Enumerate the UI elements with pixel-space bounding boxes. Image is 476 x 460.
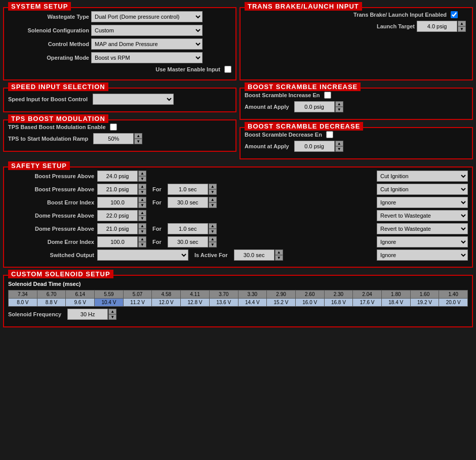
- tps-enable-checkbox[interactable]: [110, 123, 117, 131]
- control-method-select[interactable]: MAP and Dome Pressure MAP Only Dome Only: [91, 38, 203, 50]
- scramble-dec-amount-input[interactable]: [294, 141, 335, 152]
- safety-val-1-spinner: ▲ ▼: [97, 171, 146, 182]
- custom-solenoid-section: CUSTOM SOLENOID SETUP Solenoid Dead Time…: [3, 275, 473, 327]
- tps-start-up[interactable]: ▲: [134, 133, 142, 139]
- safety-for-3-down[interactable]: ▼: [209, 202, 217, 208]
- left-col: SPEED INPUT SELECTION Speed Input for Bo…: [3, 83, 236, 159]
- scramble-dec-enable-checkbox[interactable]: [326, 131, 333, 138]
- solenoid-config-label: Solenoid Configuration: [8, 27, 89, 33]
- safety-val-5-down[interactable]: ▼: [138, 229, 146, 234]
- solenoid-volt-4[interactable]: 11.2 V: [123, 299, 152, 307]
- scramble-inc-amount-input[interactable]: [294, 101, 335, 112]
- safety-val-3-buttons: ▲ ▼: [138, 197, 146, 208]
- safety-for-2-down[interactable]: ▼: [209, 189, 217, 195]
- solenoid-volt-2[interactable]: 9.6 V: [66, 299, 95, 307]
- trans-brake-label: Trans Brake/ Launch Input Enabled: [353, 12, 447, 18]
- safety-val-6-down[interactable]: ▼: [138, 242, 146, 247]
- scramble-dec-up[interactable]: ▲: [335, 141, 343, 146]
- safety-row-1: Boost Pressure Above ▲ ▼ Cut Ignition Ig…: [8, 171, 468, 182]
- safety-val-2-spinner: ▲ ▼: [97, 184, 146, 195]
- safety-val-2-down[interactable]: ▼: [138, 189, 146, 195]
- safety-action-6-select[interactable]: Ignore Cut Ignition Revert to Wastegate: [377, 236, 468, 247]
- safety-for-5-up[interactable]: ▲: [209, 223, 217, 229]
- safety-label-1: Boost Pressure Above: [8, 173, 94, 179]
- solenoid-volt-3[interactable]: 10.4 V: [95, 299, 124, 307]
- master-enable-label: Use Master Enable Input: [8, 66, 220, 72]
- tps-start-input[interactable]: [93, 133, 134, 144]
- is-active-for-input[interactable]: [234, 249, 274, 261]
- scramble-dec-down[interactable]: ▼: [335, 146, 343, 152]
- solenoid-config-select[interactable]: Custom Single Dual: [91, 25, 203, 36]
- safety-action-2-select[interactable]: Cut Ignition Ignore Revert to Wastegate: [377, 184, 468, 195]
- safety-for-6-up[interactable]: ▲: [209, 236, 217, 242]
- solenoid-volt-11[interactable]: 16.8 V: [324, 299, 353, 307]
- safety-for-3-up[interactable]: ▲: [209, 197, 217, 202]
- safety-val-1-buttons: ▲ ▼: [138, 171, 146, 182]
- safety-val-6-input[interactable]: [97, 236, 138, 247]
- launch-target-up[interactable]: ▲: [458, 21, 466, 26]
- solenoid-freq-input[interactable]: [67, 309, 108, 320]
- wastegate-type-select[interactable]: Dual Port (Dome pressure control) Single…: [91, 11, 203, 22]
- scramble-inc-enable-checkbox[interactable]: [324, 92, 331, 99]
- safety-val-5-up[interactable]: ▲: [138, 223, 146, 229]
- safety-val-5-input[interactable]: [97, 223, 138, 234]
- safety-row-4: Dome Pressure Above ▲ ▼ Revert to Wasteg…: [8, 210, 468, 221]
- safety-val-4-input[interactable]: [97, 210, 138, 221]
- safety-val-4-down[interactable]: ▼: [138, 216, 146, 221]
- safety-for-6-down[interactable]: ▼: [209, 242, 217, 247]
- safety-val-3-up[interactable]: ▲: [138, 197, 146, 202]
- safety-action-4-select[interactable]: Revert to Wastegate Cut Ignition Ignore: [377, 210, 468, 221]
- safety-val-1-up[interactable]: ▲: [138, 171, 146, 176]
- switched-action-select[interactable]: Ignore Cut Ignition Revert to Wastegate: [377, 249, 468, 261]
- safety-val-4-up[interactable]: ▲: [138, 210, 146, 216]
- safety-for-2-up[interactable]: ▲: [209, 184, 217, 189]
- solenoid-volt-0[interactable]: 8.0 V: [9, 299, 37, 307]
- solenoid-freq-down[interactable]: ▼: [108, 314, 116, 320]
- launch-target-input[interactable]: [417, 21, 457, 32]
- solenoid-volt-8[interactable]: 14.4 V: [238, 299, 267, 307]
- launch-target-spinner-buttons: ▲ ▼: [458, 21, 466, 32]
- solenoid-volt-13[interactable]: 18.4 V: [381, 299, 410, 307]
- safety-for-6-input[interactable]: [168, 236, 208, 247]
- trans-brake-checkbox[interactable]: [451, 11, 458, 18]
- scramble-inc-up[interactable]: ▲: [335, 101, 343, 107]
- safety-val-1-down[interactable]: ▼: [138, 176, 146, 182]
- solenoid-volt-9[interactable]: 15.2 V: [267, 299, 296, 307]
- safety-val-3-input[interactable]: [97, 197, 138, 208]
- scramble-dec-amount-buttons: ▲ ▼: [335, 141, 343, 152]
- safety-for-3-input[interactable]: [168, 197, 208, 208]
- safety-for-5-input[interactable]: [168, 223, 208, 234]
- safety-val-1-input[interactable]: [97, 171, 138, 182]
- solenoid-volt-7[interactable]: 13.6 V: [209, 299, 238, 307]
- tps-start-down[interactable]: ▼: [134, 139, 142, 144]
- safety-for-2-input[interactable]: [168, 184, 208, 195]
- solenoid-volt-15[interactable]: 20.0 V: [439, 299, 468, 307]
- solenoid-volt-12[interactable]: 17.6 V: [353, 299, 382, 307]
- safety-action-3-select[interactable]: Ignore Cut Ignition Revert to Wastegate: [377, 197, 468, 208]
- safety-action-5-select[interactable]: Revert to Wastegate Cut Ignition Ignore: [377, 223, 468, 234]
- solenoid-val-8: 3.30: [238, 290, 267, 299]
- safety-val-6-up[interactable]: ▲: [138, 236, 146, 242]
- operating-mode-select[interactable]: Boost vs RPM Flat Boost Manual: [91, 52, 203, 63]
- solenoid-volt-1[interactable]: 8.8 V: [37, 299, 66, 307]
- safety-val-3-down[interactable]: ▼: [138, 202, 146, 208]
- is-active-for-down[interactable]: ▼: [275, 255, 283, 261]
- safety-val-2-input[interactable]: [97, 184, 138, 195]
- speed-input-select[interactable]: [93, 94, 174, 105]
- scramble-inc-down[interactable]: ▼: [335, 107, 343, 112]
- is-active-for-up[interactable]: ▲: [275, 249, 283, 255]
- solenoid-volt-10[interactable]: 16.0 V: [295, 299, 324, 307]
- master-enable-checkbox[interactable]: [224, 66, 231, 73]
- safety-for-5-down[interactable]: ▼: [209, 229, 217, 234]
- switched-output-select[interactable]: [97, 249, 188, 261]
- solenoid-config-row: Solenoid Configuration Custom Single Dua…: [8, 25, 231, 36]
- solenoid-volt-6[interactable]: 12.8 V: [181, 299, 210, 307]
- solenoid-volt-14[interactable]: 19.2 V: [410, 299, 439, 307]
- safety-action-1-select[interactable]: Cut Ignition Ignore Revert to Wastegate: [377, 171, 468, 182]
- launch-target-down[interactable]: ▼: [458, 26, 466, 32]
- middle-row: SPEED INPUT SELECTION Speed Input for Bo…: [3, 83, 473, 159]
- solenoid-volt-5[interactable]: 12.0 V: [152, 299, 181, 307]
- safety-val-2-up[interactable]: ▲: [138, 184, 146, 189]
- solenoid-freq-up[interactable]: ▲: [108, 309, 116, 314]
- system-setup-title: SYSTEM SETUP: [8, 2, 71, 11]
